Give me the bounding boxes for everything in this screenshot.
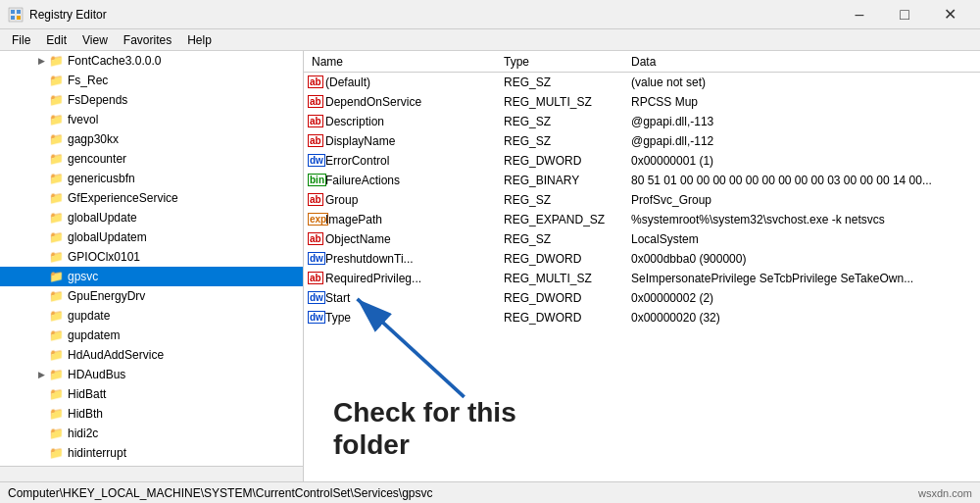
svg-rect-2: [17, 10, 21, 14]
tree-item[interactable]: 📁gagp30kx: [0, 129, 303, 149]
expand-button: [33, 131, 49, 147]
value-type-icon: ab: [308, 272, 325, 285]
expand-button: [33, 249, 49, 265]
value-row[interactable]: binFailureActionsREG_BINARY80 51 01 00 0…: [304, 171, 980, 190]
tree-item[interactable]: 📁fvevol: [0, 110, 303, 129]
value-name: Start: [325, 291, 504, 305]
tree-item[interactable]: 📁genericusbfn: [0, 169, 303, 188]
expand-button: [33, 151, 49, 167]
tree-item[interactable]: 📁gupdate: [0, 306, 303, 326]
value-data: RPCSS Mup: [631, 95, 976, 109]
tree-item-label: gupdatem: [68, 328, 120, 342]
value-data: 0x000dbba0 (900000): [631, 252, 976, 266]
tree-item-label: GPIOClx0101: [68, 250, 140, 264]
value-data: 80 51 01 00 00 00 00 00 00 00 00 00 03 0…: [631, 174, 976, 187]
tree-item-label: hidinterrupt: [68, 446, 126, 460]
tree-scroll[interactable]: ▶📁FontCache3.0.0.0📁Fs_Rec📁FsDepends📁fvev…: [0, 51, 303, 466]
value-type-icon: ab: [308, 232, 325, 246]
tree-item[interactable]: 📁globalUpdatem: [0, 227, 303, 247]
values-scroll[interactable]: ab(Default)REG_SZ(value not set)abDepend…: [304, 73, 980, 481]
value-row[interactable]: abDependOnServiceREG_MULTI_SZRPCSS Mup: [304, 92, 980, 112]
folder-icon: 📁: [49, 387, 64, 401]
value-row[interactable]: dwTypeREG_DWORD0x00000020 (32): [304, 308, 980, 327]
menu-item-favorites[interactable]: Favorites: [116, 31, 179, 49]
folder-icon: 📁: [49, 270, 64, 283]
tree-item[interactable]: 📁HidBth: [0, 404, 303, 424]
tree-item-label: FsDepends: [68, 93, 127, 107]
value-row[interactable]: dwErrorControlREG_DWORD0x00000001 (1): [304, 151, 980, 171]
expand-button: [33, 406, 49, 422]
value-data: %systemroot%\system32\svchost.exe -k net…: [631, 213, 976, 226]
tree-item[interactable]: ▶📁FontCache3.0.0.0: [0, 51, 303, 71]
expand-button[interactable]: ▶: [33, 53, 49, 69]
tree-item[interactable]: 📁Fs_Rec: [0, 71, 303, 90]
tree-item[interactable]: 📁GPIOClx0101: [0, 247, 303, 267]
value-type-icon: dw: [308, 311, 325, 325]
values-panel: Name Type Data ab(Default)REG_SZ(value n…: [304, 51, 980, 481]
folder-icon: 📁: [49, 113, 64, 126]
value-type-icon: exp: [308, 213, 325, 226]
value-data: @gpapi.dll,-112: [631, 134, 976, 148]
svg-rect-1: [11, 10, 15, 14]
menu-item-view[interactable]: View: [74, 31, 116, 49]
value-data: LocalSystem: [631, 232, 976, 246]
value-type: REG_EXPAND_SZ: [504, 213, 631, 226]
tree-item-label: HdAudAddService: [68, 348, 164, 362]
tree-panel: ▶📁FontCache3.0.0.0📁Fs_Rec📁FsDepends📁fvev…: [0, 51, 304, 481]
value-row[interactable]: abGroupREG_SZProfSvc_Group: [304, 190, 980, 210]
value-name: DependOnService: [325, 95, 504, 109]
expand-button: [33, 347, 49, 363]
value-type: REG_SZ: [504, 134, 631, 148]
value-name: ImagePath: [325, 213, 504, 226]
close-button[interactable]: ✕: [927, 0, 972, 29]
menu-item-edit[interactable]: Edit: [38, 31, 74, 49]
menu-item-help[interactable]: Help: [179, 31, 220, 49]
tree-item[interactable]: ▶📁HDAudBus: [0, 365, 303, 384]
value-row[interactable]: abObjectNameREG_SZLocalSystem: [304, 229, 980, 249]
tree-item-label: HidBth: [68, 407, 103, 421]
folder-icon: 📁: [49, 348, 64, 362]
tree-item-label: GfExperienceService: [68, 191, 178, 205]
tree-item-label: fvevol: [68, 113, 98, 126]
tree-item-label: gencounter: [68, 152, 126, 166]
svg-rect-4: [17, 16, 21, 20]
tree-item[interactable]: 📁GfExperienceService: [0, 188, 303, 208]
value-row[interactable]: ab(Default)REG_SZ(value not set): [304, 73, 980, 92]
value-row[interactable]: expImagePathREG_EXPAND_SZ%systemroot%\sy…: [304, 210, 980, 229]
tree-item[interactable]: 📁GpuEnergyDrv: [0, 286, 303, 306]
expand-button: [33, 308, 49, 324]
tree-item[interactable]: 📁hidi2c: [0, 424, 303, 443]
tree-item[interactable]: 📁globalUpdate: [0, 208, 303, 227]
tree-item[interactable]: 📁HdAudAddService: [0, 345, 303, 365]
tree-item[interactable]: 📁HidBatt: [0, 384, 303, 404]
value-type: REG_SZ: [504, 115, 631, 128]
tree-item[interactable]: 📁hidinterrupt: [0, 443, 303, 463]
value-row[interactable]: abDisplayNameREG_SZ@gpapi.dll,-112: [304, 131, 980, 151]
value-data: @gpapi.dll,-113: [631, 115, 976, 128]
expand-button: [33, 327, 49, 343]
folder-icon: 📁: [49, 289, 64, 303]
tree-item-label: genericusbfn: [68, 172, 135, 185]
value-type: REG_DWORD: [504, 252, 631, 266]
expand-button: [33, 171, 49, 186]
value-type: REG_BINARY: [504, 174, 631, 187]
tree-item[interactable]: 📁gupdatem: [0, 326, 303, 345]
value-row[interactable]: dwPreshutdownTi...REG_DWORD0x000dbba0 (9…: [304, 249, 980, 269]
tree-item[interactable]: 📁gencounter: [0, 149, 303, 169]
value-data: (value not set): [631, 75, 976, 89]
value-row[interactable]: abDescriptionREG_SZ@gpapi.dll,-113: [304, 112, 980, 131]
tree-item[interactable]: 📁gpsvc: [0, 267, 303, 286]
main-area: ▶📁FontCache3.0.0.0📁Fs_Rec📁FsDepends📁fvev…: [0, 51, 980, 481]
folder-icon: 📁: [49, 132, 64, 146]
tree-horizontal-scroll[interactable]: [0, 466, 303, 481]
title-bar-title: Registry Editor: [29, 8, 837, 22]
maximize-button[interactable]: □: [882, 0, 927, 29]
expand-button: [33, 190, 49, 206]
value-name: FailureActions: [325, 174, 504, 187]
value-row[interactable]: abRequiredPrivileg...REG_MULTI_SZSeImper…: [304, 269, 980, 288]
expand-button[interactable]: ▶: [33, 367, 49, 382]
tree-item[interactable]: 📁FsDepends: [0, 90, 303, 110]
value-row[interactable]: dwStartREG_DWORD0x00000002 (2): [304, 288, 980, 308]
minimize-button[interactable]: –: [837, 0, 882, 29]
menu-item-file[interactable]: File: [4, 31, 38, 49]
